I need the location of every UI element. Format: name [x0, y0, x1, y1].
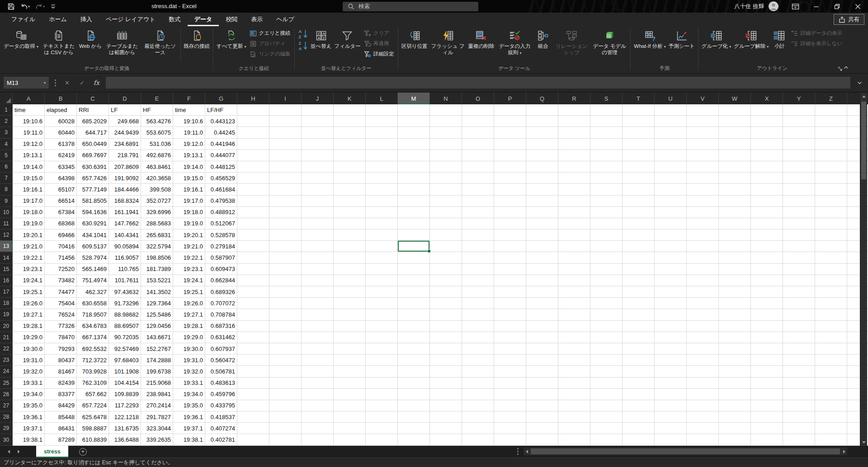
cell-F6[interactable]: 19:14.0 [173, 161, 205, 173]
existing-connections-button[interactable]: 既存の接続 [182, 28, 211, 51]
cell-U28[interactable] [655, 411, 687, 423]
cell-G18[interactable]: 0.707072 [205, 298, 237, 309]
cell-U20[interactable] [655, 321, 687, 332]
cell-Z15[interactable] [815, 264, 847, 275]
cell-W6[interactable] [719, 161, 751, 173]
cell-V7[interactable] [687, 173, 719, 184]
dialog-launcher-button[interactable] [838, 66, 843, 71]
cell-K23[interactable] [334, 355, 366, 366]
cell-R6[interactable] [558, 161, 590, 173]
cell-D14[interactable]: 116.9057 [109, 252, 141, 263]
cell-P14[interactable] [494, 252, 526, 263]
cell-Q23[interactable] [526, 355, 558, 366]
tab-ホーム[interactable]: ホーム [42, 13, 74, 26]
cell-Q28[interactable] [526, 411, 558, 423]
cell-M10[interactable] [398, 207, 430, 218]
cell-O4[interactable] [462, 139, 494, 150]
cell-A3[interactable]: 19:11.0 [13, 127, 45, 138]
recent-sources-button[interactable]: 最近使ったソース [141, 28, 179, 56]
cell-C28[interactable]: 625.6478 [77, 411, 109, 423]
cell-S23[interactable] [590, 355, 623, 366]
cell-B12[interactable]: 69466 [45, 229, 77, 241]
cell-Z9[interactable] [815, 196, 847, 207]
cell-A10[interactable]: 19:18.0 [13, 207, 45, 218]
minimize-button[interactable] [806, 0, 826, 13]
cell-R11[interactable] [558, 218, 590, 229]
cell-Y18[interactable] [783, 298, 815, 309]
cell-G25[interactable]: 0.483613 [205, 378, 237, 389]
cell-D18[interactable]: 91.73296 [109, 298, 141, 309]
vertical-scrollbar[interactable] [860, 93, 867, 446]
column-header-L[interactable]: L [366, 93, 398, 104]
cell-O6[interactable] [462, 161, 494, 173]
cell-T24[interactable] [623, 366, 655, 377]
cell-Y27[interactable] [783, 400, 815, 411]
cell-M20[interactable] [398, 321, 430, 332]
cell-H17[interactable] [237, 286, 269, 298]
cell-S2[interactable] [590, 116, 623, 127]
cell-N2[interactable] [430, 116, 462, 127]
cell-E3[interactable]: 553.6075 [141, 127, 173, 138]
scroll-down-button[interactable] [860, 439, 868, 446]
cell-Z12[interactable] [815, 229, 847, 241]
cell-A9[interactable]: 19:17.0 [13, 196, 45, 207]
collapse-ribbon-button[interactable] [843, 65, 849, 70]
cell-N16[interactable] [430, 275, 462, 286]
cell-V14[interactable] [687, 252, 719, 263]
cell-H26[interactable] [237, 389, 269, 400]
row-header-23[interactable]: 23 [0, 355, 13, 366]
tab-ファイル[interactable]: ファイル [5, 13, 42, 26]
undo-dropdown-icon[interactable]: ▾ [28, 5, 30, 9]
row-header-1[interactable]: 1 [0, 104, 13, 116]
column-header-S[interactable]: S [590, 93, 623, 104]
cell-Y4[interactable] [783, 139, 815, 150]
cell-V23[interactable] [687, 355, 719, 366]
cell-N15[interactable] [430, 264, 462, 275]
cell-W30[interactable] [719, 434, 751, 445]
name-box[interactable]: M13 ▾ [4, 77, 49, 89]
cell-T14[interactable] [623, 252, 655, 263]
cell-E12[interactable]: 265.6831 [141, 229, 173, 241]
cell-W10[interactable] [719, 207, 751, 218]
cell-J14[interactable] [302, 252, 334, 263]
cell-M22[interactable] [398, 343, 430, 355]
cell-K22[interactable] [334, 343, 366, 355]
cell-V12[interactable] [687, 229, 719, 241]
cell-W15[interactable] [719, 264, 751, 275]
customize-qat-button[interactable] [48, 1, 58, 12]
cell-O1[interactable] [462, 104, 494, 116]
cell-D13[interactable]: 90.05894 [109, 241, 141, 252]
cell-G5[interactable]: 0.444077 [205, 150, 237, 161]
cell-M13[interactable] [398, 241, 430, 252]
cell-N25[interactable] [430, 378, 462, 389]
cell-O17[interactable] [462, 286, 494, 298]
cell-D29[interactable]: 131.6735 [109, 423, 141, 434]
horizontal-scrollbar-thumb[interactable] [531, 448, 840, 454]
cell-X21[interactable] [751, 332, 783, 343]
cell-O13[interactable] [462, 241, 494, 252]
cell-K9[interactable] [334, 196, 366, 207]
cell-M7[interactable] [398, 173, 430, 184]
cell-H29[interactable] [237, 423, 269, 434]
cell-N12[interactable] [430, 229, 462, 241]
cell-X18[interactable] [751, 298, 783, 309]
cell-H25[interactable] [237, 378, 269, 389]
column-header-F[interactable]: F [173, 93, 205, 104]
cell-I10[interactable] [269, 207, 302, 218]
cell-E5[interactable]: 492.6876 [141, 150, 173, 161]
cell-I3[interactable] [269, 127, 302, 138]
cell-R26[interactable] [558, 389, 590, 400]
cell-Q24[interactable] [526, 366, 558, 377]
flash-fill-button[interactable]: フラッシュ フィル [429, 28, 467, 56]
cell-V27[interactable] [687, 400, 719, 411]
cell-S21[interactable] [590, 332, 623, 343]
cell-W18[interactable] [719, 298, 751, 309]
cell-B13[interactable]: 70416 [45, 241, 77, 252]
cell-G26[interactable]: 0.459796 [205, 389, 237, 400]
cell-X12[interactable] [751, 229, 783, 241]
tab-データ[interactable]: データ [188, 13, 219, 26]
avatar[interactable] [769, 1, 778, 11]
cell-N7[interactable] [430, 173, 462, 184]
cell-O19[interactable] [462, 309, 494, 320]
cell-T3[interactable] [623, 127, 655, 138]
